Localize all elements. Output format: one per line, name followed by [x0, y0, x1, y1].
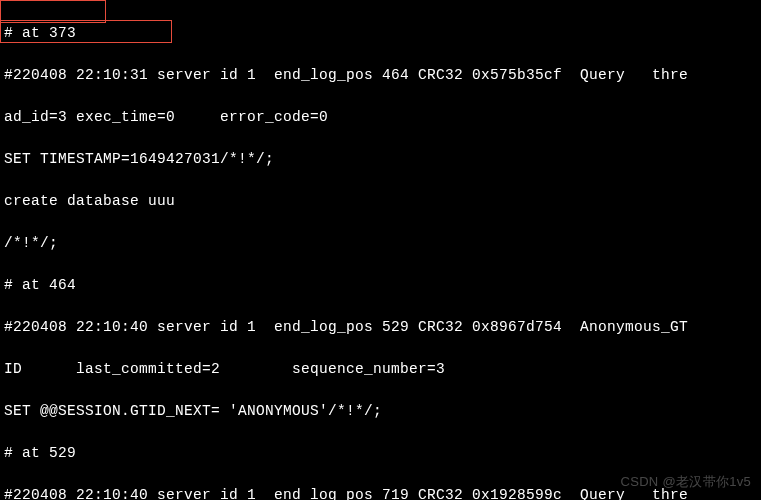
- terminal-line: #220408 22:10:31 server id 1 end_log_pos…: [4, 65, 757, 86]
- terminal-line: # at 464: [4, 275, 757, 296]
- terminal-output: # at 373 #220408 22:10:31 server id 1 en…: [4, 2, 757, 500]
- terminal-line: SET @@SESSION.GTID_NEXT= 'ANONYMOUS'/*!*…: [4, 401, 757, 422]
- watermark-text: CSDN @老汉带你1v5: [620, 473, 751, 492]
- terminal-line: #220408 22:10:40 server id 1 end_log_pos…: [4, 317, 757, 338]
- terminal-line: # at 373: [4, 23, 757, 44]
- terminal-line: create database uuu: [4, 191, 757, 212]
- terminal-line: # at 529: [4, 443, 757, 464]
- terminal-line: /*!*/;: [4, 233, 757, 254]
- terminal-line: ad_id=3 exec_time=0 error_code=0: [4, 107, 757, 128]
- terminal-line: ID last_committed=2 sequence_number=3: [4, 359, 757, 380]
- terminal-line: SET TIMESTAMP=1649427031/*!*/;: [4, 149, 757, 170]
